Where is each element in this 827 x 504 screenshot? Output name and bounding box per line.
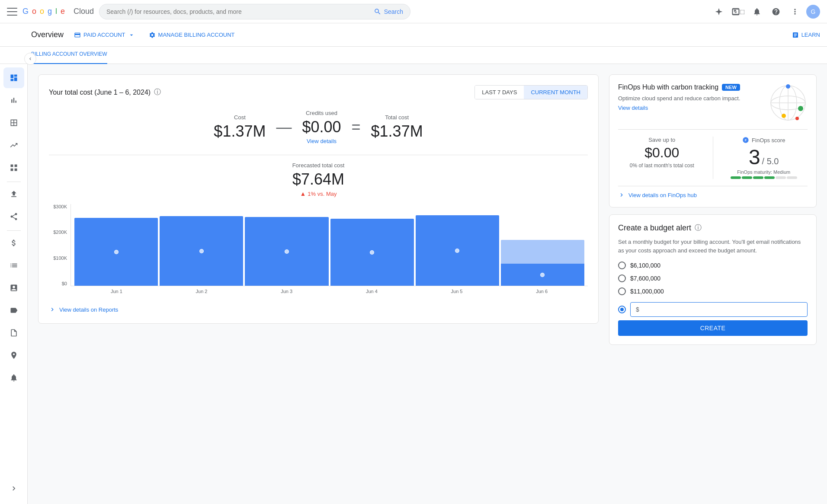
learn-link[interactable]: LEARN (792, 32, 820, 38)
score-display: 3 / 5.0 (749, 147, 779, 168)
cost-card: Your total cost (June 1 – 6, 2024) ⓘ LAS… (38, 74, 599, 324)
finops-hub-link[interactable]: View details on FinOps hub (618, 186, 808, 198)
search-bar[interactable]: Search (99, 4, 410, 19)
sidebar-item-list[interactable] (3, 255, 24, 276)
maturity-bar (731, 176, 797, 179)
chart-y-labels: $300K $200K $100K $0 (49, 204, 71, 286)
finops-title-row: FinOps Hub with carbon tracking NEW (618, 83, 740, 91)
budget-title: Create a budget alert ⓘ (618, 223, 808, 233)
maturity-seg-6 (787, 176, 797, 179)
collapse-sidebar-button[interactable] (24, 53, 36, 65)
last-7-days-button[interactable]: LAST 7 DAYS (475, 86, 524, 99)
hamburger-menu[interactable] (7, 6, 17, 17)
secondary-navigation: Overview PAID ACCOUNT MANAGE BILLING ACC… (0, 23, 827, 47)
search-button[interactable]: Search (374, 8, 403, 16)
budget-input-wrap[interactable]: $ (630, 302, 808, 317)
sidebar-item-report[interactable] (3, 322, 24, 343)
sidebar-item-tag[interactable] (3, 300, 24, 321)
budget-option-1[interactable]: $6,100,000 (618, 262, 808, 269)
breadcrumb-bar: BILLING ACCOUNT OVERVIEW (0, 47, 827, 64)
bar-dot (540, 273, 545, 277)
globe-dot-green (798, 106, 803, 111)
budget-option-3[interactable]: $11,000,000 (618, 287, 808, 295)
sidebar-item-location[interactable] (3, 345, 24, 366)
notifications-button[interactable] (749, 4, 765, 19)
radio-11000000[interactable] (618, 287, 626, 295)
bar-dot (285, 249, 289, 254)
budget-options: $6,100,000 $7,600,000 $11,000,000 (618, 262, 808, 295)
create-button[interactable]: CREATE (618, 320, 808, 336)
budget-option-2[interactable]: $7,600,000 (618, 274, 808, 282)
chart-bar-jun1 (74, 218, 158, 286)
sidebar-item-expand[interactable] (3, 478, 24, 499)
sidebar-item-percent[interactable] (3, 278, 24, 298)
view-reports-link[interactable]: View details on Reports (49, 306, 588, 313)
search-input[interactable] (106, 8, 370, 15)
finops-score-metric: F FinOps score 3 / 5.0 FinOps maturity: … (720, 137, 808, 179)
sidebar-item-share[interactable] (3, 206, 24, 227)
chart-bar-group-4 (330, 204, 414, 286)
sidebar-item-table[interactable] (3, 112, 24, 133)
minus-operator: — (272, 118, 295, 136)
breadcrumb[interactable]: BILLING ACCOUNT OVERVIEW (31, 47, 107, 64)
sidebar-item-trending[interactable] (3, 135, 24, 156)
left-panel: Your total cost (June 1 – 6, 2024) ⓘ LAS… (38, 74, 599, 494)
radio-6100000[interactable] (618, 262, 626, 269)
avatar[interactable]: G (806, 5, 820, 19)
terminal-button[interactable]: ⬚ (730, 4, 746, 19)
main-content: Your total cost (June 1 – 6, 2024) ⓘ LAS… (28, 64, 827, 504)
finops-view-details-link[interactable]: View details (618, 105, 648, 111)
chart-bar-jun4 (330, 219, 414, 286)
cost-card-header: Your total cost (June 1 – 6, 2024) ⓘ LAS… (49, 85, 588, 99)
globe-svg (769, 83, 808, 122)
radio-7600000[interactable] (618, 274, 626, 282)
finops-title-area: FinOps Hub with carbon tracking NEW Opti… (618, 83, 740, 111)
cost-help-icon[interactable]: ⓘ (154, 88, 161, 97)
budget-help-icon[interactable]: ⓘ (695, 223, 702, 233)
chart-bar-jun2 (160, 216, 243, 286)
help-button[interactable] (768, 4, 784, 19)
chart-bar-group-6 (501, 204, 584, 286)
sidebar-item-chart[interactable] (3, 90, 24, 111)
nav-icons: ⬚ G (711, 4, 820, 19)
more-options-button[interactable] (787, 4, 803, 19)
metrics-divider (713, 137, 713, 179)
cost-metrics: Cost $1.37M — Credits used $0.00 View de… (49, 110, 588, 144)
chart-bar-jun5 (416, 215, 499, 286)
finops-logo-icon: F (742, 137, 749, 144)
finops-save-metric: Save up to $0.00 0% of last month's tota… (618, 137, 706, 179)
sidebar-item-upload[interactable] (3, 184, 24, 204)
chart-bar-group-3 (245, 204, 328, 286)
page-title: Overview (31, 30, 64, 39)
paid-account-item[interactable]: PAID ACCOUNT (74, 32, 135, 38)
sidebar-item-grid[interactable] (3, 157, 24, 178)
sidebar-item-billing[interactable] (3, 233, 24, 253)
manage-billing-item[interactable]: MANAGE BILLING ACCOUNT (149, 32, 235, 38)
maturity-seg-3 (753, 176, 763, 179)
sparkle-button[interactable] (711, 4, 727, 19)
chart-bar-jun6-light (501, 240, 584, 264)
total-metric: Total cost $1.37M (371, 114, 423, 140)
svg-text:F: F (745, 139, 747, 142)
current-month-button[interactable]: CURRENT MONTH (524, 86, 587, 99)
credits-metric: Credits used $0.00 View details (302, 110, 341, 144)
finops-card: FinOps Hub with carbon tracking NEW Opti… (609, 74, 817, 207)
google-cloud-logo[interactable]: Google Cloud (22, 7, 94, 16)
maturity-seg-4 (764, 176, 775, 179)
budget-custom-input[interactable] (641, 306, 802, 313)
chart-bar-group-5 (416, 204, 499, 286)
chart-bar-group-1 (74, 204, 158, 286)
main-layout: Your total cost (June 1 – 6, 2024) ⓘ LAS… (0, 64, 827, 504)
trend-icon: ▲ (300, 190, 306, 197)
sidebar-item-dashboard[interactable] (3, 67, 24, 88)
sidebar-divider-1 (7, 182, 21, 182)
sidebar-item-settings[interactable] (3, 367, 24, 388)
view-details-link[interactable]: View details (302, 138, 341, 144)
finops-header: FinOps Hub with carbon tracking NEW Opti… (618, 83, 808, 122)
globe-dot-blue (786, 84, 790, 89)
chart-bar-jun3 (245, 217, 328, 286)
right-panel: FinOps Hub with carbon tracking NEW Opti… (609, 74, 817, 494)
finops-globe (769, 83, 808, 122)
bar-dot (370, 250, 374, 255)
radio-custom[interactable] (618, 306, 626, 313)
